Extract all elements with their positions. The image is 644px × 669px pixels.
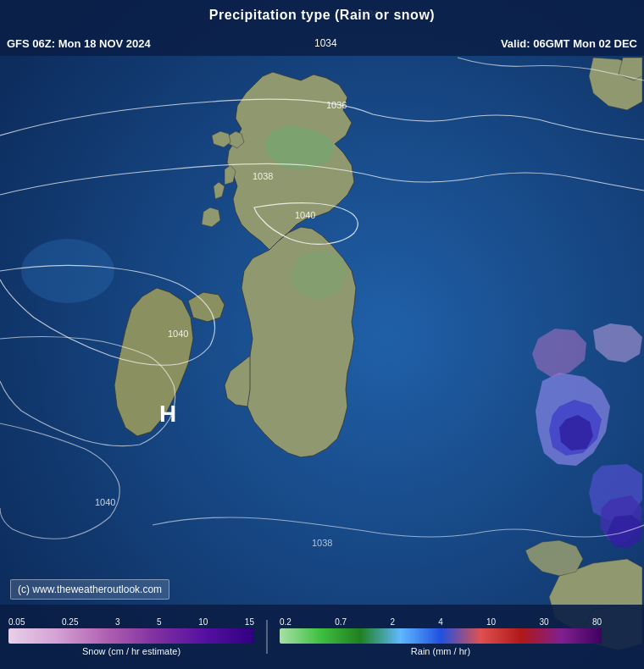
rain-val-3: 2: [390, 617, 395, 627]
rain-caption: Rain (mm / hr): [411, 646, 470, 656]
rain-val-1: 0.2: [280, 617, 291, 627]
snow-caption: Snow (cm / hr estimate): [82, 646, 180, 656]
svg-text:1038: 1038: [312, 538, 332, 548]
copyright-notice: (c) www.theweatheroutlook.com: [10, 579, 169, 600]
snow-val-1: 0.05: [8, 617, 25, 627]
rain-legend: 0.2 0.7 2 4 10 30 80 Rain (mm / hr): [280, 617, 602, 656]
svg-text:1040: 1040: [295, 210, 315, 220]
rain-val-5: 10: [486, 617, 496, 627]
svg-text:1036: 1036: [326, 100, 347, 110]
svg-text:1040: 1040: [95, 497, 115, 507]
rain-gradient: [280, 628, 602, 644]
weather-map: 1040 H 1038 1040 1036 1034 1040 1038: [0, 0, 644, 669]
run-time-label: GFS 06Z: Mon 18 NOV 2024: [7, 37, 151, 50]
snow-val-5: 10: [198, 617, 208, 627]
title-bar: Precipitation type (Rain or snow): [0, 0, 644, 30]
rain-val-2: 0.7: [335, 617, 347, 627]
map-title: Precipitation type (Rain or snow): [209, 8, 435, 23]
snow-val-2: 0.25: [62, 617, 78, 627]
valid-time-label: Valid: 06GMT Mon 02 DEC: [501, 37, 637, 50]
svg-text:H: H: [159, 401, 176, 427]
svg-text:1040: 1040: [168, 329, 188, 339]
snow-val-4: 5: [157, 617, 162, 627]
snow-val-3: 3: [115, 617, 120, 627]
info-bar: GFS 06Z: Mon 18 NOV 2024 1034 Valid: 06G…: [0, 30, 644, 56]
legend-divider: [266, 620, 268, 654]
svg-point-1: [21, 239, 114, 303]
map-container: 1040 H 1038 1040 1036 1034 1040 1038 Pre…: [0, 0, 644, 669]
svg-text:1038: 1038: [253, 171, 273, 181]
legend-bar: 0.05 0.25 3 5 10 15 Snow (cm / hr estima…: [0, 605, 644, 669]
rain-val-7: 80: [592, 617, 602, 627]
snow-legend: 0.05 0.25 3 5 10 15 Snow (cm / hr estima…: [8, 617, 254, 656]
snow-gradient: [8, 628, 254, 644]
rain-val-6: 30: [539, 617, 548, 627]
rain-val-4: 4: [438, 617, 443, 627]
legend-row: 0.05 0.25 3 5 10 15 Snow (cm / hr estima…: [8, 617, 636, 656]
snow-val-6: 15: [245, 617, 254, 627]
pressure-center-label: 1034: [314, 37, 337, 49]
